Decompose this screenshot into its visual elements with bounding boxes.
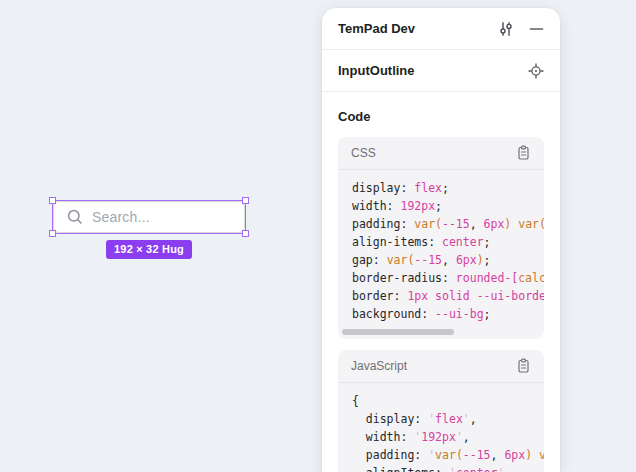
selected-node-name: InputOutline xyxy=(338,63,415,78)
code-section-title: Code xyxy=(338,109,544,124)
search-input[interactable]: Search... xyxy=(53,201,245,233)
search-icon xyxy=(66,208,84,226)
tempad-dev-panel: TemPad Dev InputOutline xyxy=(322,8,560,472)
panel-title: TemPad Dev xyxy=(338,21,415,36)
javascript-code: { display: 'flex', width: '192px', paddi… xyxy=(338,383,544,472)
code-section: Code CSS display: flex;width: 192px;padd… xyxy=(322,92,560,472)
minimize-icon[interactable] xyxy=(529,21,544,37)
selection-handle-bottom-right[interactable] xyxy=(242,230,249,237)
javascript-block-header: JavaScript xyxy=(338,350,544,383)
css-block-header: CSS xyxy=(338,137,544,170)
css-horizontal-scrollbar xyxy=(338,327,544,339)
selection-handle-top-right[interactable] xyxy=(242,197,249,204)
css-scrollbar-thumb[interactable] xyxy=(342,329,454,335)
javascript-block-label: JavaScript xyxy=(351,359,407,373)
copy-clipboard-icon[interactable] xyxy=(516,145,531,161)
locate-target-icon[interactable] xyxy=(528,63,544,79)
size-badge: 192 × 32 Hug xyxy=(106,240,192,259)
css-code: display: flex;width: 192px;padding: var(… xyxy=(338,170,544,327)
copy-clipboard-icon[interactable] xyxy=(516,358,531,374)
selection-handle-top-left[interactable] xyxy=(49,197,56,204)
css-block-label: CSS xyxy=(351,146,376,160)
selected-node-row: InputOutline xyxy=(322,50,560,92)
panel-header: TemPad Dev xyxy=(322,8,560,50)
javascript-code-block: JavaScript { display: 'flex', width: '19… xyxy=(338,350,544,472)
selection-handle-bottom-left[interactable] xyxy=(49,230,56,237)
search-placeholder: Search... xyxy=(92,209,150,225)
css-code-block: CSS display: flex;width: 192px;padding: … xyxy=(338,137,544,339)
sliders-icon[interactable] xyxy=(498,21,514,37)
